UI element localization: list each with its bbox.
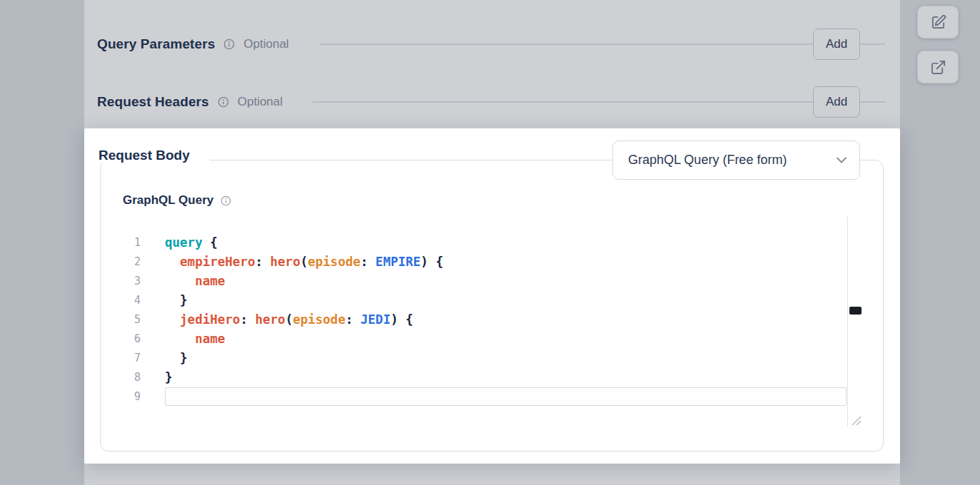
body-type-selected-value: GraphQL Query (Free form): [628, 153, 787, 168]
body-type-select[interactable]: GraphQL Query (Free form): [612, 141, 860, 180]
line-number: 7: [115, 349, 141, 368]
request-body-panel: Request Body GraphQL Query (Free form) G…: [84, 128, 900, 464]
line-number: 1: [115, 233, 141, 252]
code-line[interactable]: jediHero: hero(episode: JEDI) {: [165, 310, 847, 330]
resize-handle-icon[interactable]: [852, 416, 862, 426]
code-line[interactable]: }: [165, 291, 847, 310]
info-icon: [221, 195, 231, 206]
code-line[interactable]: name: [165, 272, 847, 291]
code-line[interactable]: }: [165, 349, 847, 368]
line-number: 8: [115, 368, 141, 387]
cursor-line-indicator: [165, 387, 847, 406]
code-line[interactable]: empireHero: hero(episode: EMPIRE) {: [165, 252, 847, 272]
scrollbar-thumb[interactable]: [849, 307, 862, 315]
line-number: 2: [115, 252, 141, 272]
line-number-gutter: 123456789: [115, 233, 141, 407]
editor-scrollbar[interactable]: [847, 217, 862, 427]
code-line[interactable]: query {: [165, 233, 847, 252]
graphql-code-editor[interactable]: query { empireHero: hero(episode: EMPIRE…: [165, 233, 847, 407]
line-number: 3: [115, 272, 141, 291]
request-body-title: Request Body: [98, 148, 210, 163]
code-line[interactable]: name: [165, 330, 847, 349]
line-number: 6: [115, 330, 141, 349]
graphql-query-label: GraphQL Query: [123, 193, 213, 208]
line-number: 5: [115, 310, 141, 330]
chevron-down-icon: [837, 157, 847, 163]
line-number: 9: [115, 387, 141, 407]
line-number: 4: [115, 291, 141, 310]
code-line[interactable]: }: [165, 368, 847, 387]
graphql-query-fieldset: GraphQL Query 123456789 query { empireHe…: [100, 160, 884, 451]
